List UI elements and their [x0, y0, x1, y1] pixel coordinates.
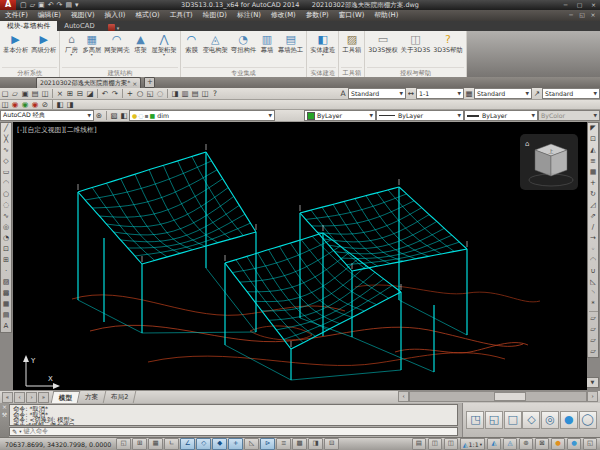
- menu-item-5[interactable]: 工具(T): [165, 10, 198, 21]
- arc-icon[interactable]: ◠: [3, 178, 9, 189]
- revision-cloud-icon[interactable]: ◌: [3, 200, 9, 211]
- scale-icon[interactable]: ◿: [590, 200, 595, 211]
- viewports-icon[interactable]: ◫: [0, 100, 10, 109]
- ribbon-button-toolbox[interactable]: ▨工具箱: [341, 32, 362, 54]
- ribbon-button-highrise[interactable]: ▦多高层▾: [81, 32, 102, 58]
- performance-button[interactable]: ●: [551, 438, 565, 450]
- toggle-lineweight-display[interactable]: ≡: [276, 438, 291, 450]
- viewport-controls[interactable]: [-][自定义视图][二维线框]: [17, 125, 97, 135]
- menu-item-4[interactable]: 格式(O): [130, 10, 164, 21]
- construction-line-icon[interactable]: ╳: [4, 134, 8, 145]
- break-icon[interactable]: ◠: [590, 255, 596, 266]
- menu-item-2[interactable]: 视图(V): [66, 10, 100, 21]
- workspace-combo[interactable]: AutoCAD 经典▼: [0, 110, 94, 121]
- scroll-left-button[interactable]: ‹: [398, 391, 409, 402]
- ribbon-button-license[interactable]: ▭3D3S授权: [367, 32, 398, 54]
- dim-style-combo[interactable]: 1-1▼: [416, 88, 464, 99]
- qat-undo-icon[interactable]: ↶: [48, 0, 54, 10]
- menu-item-3[interactable]: 插入(I): [100, 10, 131, 21]
- quick-view-drawings-button[interactable]: ◫: [444, 438, 458, 450]
- close-command-icon[interactable]: ×: [2, 403, 7, 411]
- save-icon[interactable]: ▣: [20, 89, 30, 98]
- primitive-sphere-icon[interactable]: ●: [560, 411, 578, 429]
- sheet-set-icon[interactable]: ◫: [200, 89, 210, 98]
- open-icon[interactable]: ▱: [10, 89, 20, 98]
- draworder-above-icon[interactable]: ▱: [590, 335, 595, 346]
- named-views-icon[interactable]: ◉: [10, 100, 20, 109]
- help-icon[interactable]: ?: [210, 89, 220, 98]
- ribbon-button-advanced-analysis[interactable]: ▶高级分析: [30, 32, 57, 54]
- layout-tab-模型[interactable]: 模型: [51, 391, 81, 403]
- toggle-transparency[interactable]: ▩: [292, 438, 307, 450]
- array-icon[interactable]: ▦: [590, 167, 597, 178]
- command-history[interactable]: 命令: *取消*命令: *取消*命令: <切换到: 模型>重生成模型 - 缓存视…: [9, 404, 458, 426]
- ribbon-tab[interactable]: AutoCAD: [57, 21, 101, 31]
- free-orbit-icon[interactable]: ◨: [65, 100, 75, 109]
- redo-icon[interactable]: ↷: [110, 89, 120, 98]
- trim-icon[interactable]: /: [592, 222, 594, 233]
- shade-icon[interactable]: ⊘: [40, 100, 50, 109]
- clean-screen-button[interactable]: ◱: [583, 438, 597, 450]
- toggle-infer-constraints[interactable]: ◱: [116, 438, 131, 450]
- toolbar-lock-button[interactable]: ⊠: [535, 438, 549, 450]
- erase-icon[interactable]: ◤: [590, 123, 595, 134]
- hatch-icon[interactable]: ▨: [3, 277, 10, 288]
- line-icon[interactable]: ╱: [4, 123, 8, 134]
- circle-icon[interactable]: ○: [3, 189, 9, 200]
- menu-item-8[interactable]: 修改(M): [266, 10, 301, 21]
- isolate-objects-button[interactable]: ●: [567, 438, 581, 450]
- toggle-ortho[interactable]: ∟: [164, 438, 179, 450]
- ellipse-arc-icon[interactable]: ◔: [3, 233, 9, 244]
- mirror-icon[interactable]: ◭: [590, 145, 595, 156]
- spline-icon[interactable]: ∿: [3, 211, 9, 222]
- autocad-logo-icon[interactable]: A: [0, 0, 16, 10]
- drawing-file-tab[interactable]: 20210302邵逸夫医院雨棚方案* ×: [36, 77, 141, 88]
- menu-item-9[interactable]: 参数(P): [301, 10, 334, 21]
- ribbon-tab[interactable]: 模块-幕墙构件: [0, 21, 57, 31]
- join-icon[interactable]: ∪: [590, 266, 595, 277]
- workspace-switch-button[interactable]: ⊛: [519, 438, 533, 450]
- primitive-box-icon[interactable]: ◳: [466, 411, 484, 429]
- layer-combo[interactable]: ●◌▪■dim▼: [129, 110, 275, 121]
- primitive-torus-icon[interactable]: ◯: [579, 411, 597, 429]
- layout-nav-3[interactable]: »: [38, 392, 49, 403]
- layer-states-icon[interactable]: ◧: [119, 111, 129, 120]
- make-block-icon[interactable]: ⊞: [3, 255, 9, 266]
- toggle-selection-cycling[interactable]: ⊟: [324, 438, 339, 450]
- table-icon[interactable]: ▤: [3, 310, 10, 321]
- file-tab-close-icon[interactable]: ×: [132, 80, 137, 87]
- properties-icon[interactable]: ◨: [170, 89, 180, 98]
- qat-new-icon[interactable]: ▢: [20, 0, 27, 10]
- menu-item-10[interactable]: 窗口(W): [334, 10, 370, 21]
- move-icon[interactable]: +: [590, 178, 596, 189]
- polyline-icon[interactable]: ∿: [3, 145, 9, 156]
- toggle-osnap-3d[interactable]: ◆: [212, 438, 227, 450]
- ribbon-button-solid-build[interactable]: ◧实体建造▾: [309, 32, 336, 58]
- primitive-cylinder-icon[interactable]: ◎: [541, 411, 559, 429]
- menu-item-1[interactable]: 编辑(E): [33, 10, 66, 21]
- offset-icon[interactable]: ≡: [590, 156, 596, 167]
- ribbon-button-basic-analysis[interactable]: ▶基本分析: [2, 32, 29, 54]
- tool-palettes-icon[interactable]: ▤: [190, 89, 200, 98]
- qat-redo-icon[interactable]: ↷: [57, 0, 63, 10]
- insert-block-icon[interactable]: ⊡: [3, 244, 9, 255]
- layout-tab-方案[interactable]: 方案: [78, 391, 107, 403]
- rectangle-icon[interactable]: ▭: [3, 167, 10, 178]
- model-space-button[interactable]: ▤: [412, 438, 426, 450]
- ribbon-button-factory[interactable]: ⌂厂房▾: [62, 32, 80, 58]
- ribbon-state-toggle[interactable]: ▾: [117, 25, 120, 31]
- ellipse-icon[interactable]: ◎: [3, 222, 9, 233]
- scroll-track[interactable]: [409, 391, 587, 402]
- rotate-icon[interactable]: ↻: [590, 189, 596, 200]
- region-icon[interactable]: ▦: [3, 299, 10, 310]
- color-combo[interactable]: ByLayer▼: [304, 110, 376, 121]
- linetype-combo[interactable]: ByLayer▼: [376, 110, 464, 121]
- cut-icon[interactable]: ×: [55, 89, 65, 98]
- layer-properties-icon[interactable]: ▧: [109, 111, 119, 120]
- qat-plot-icon[interactable]: ▤: [65, 0, 72, 10]
- toggle-dynamic-ucs[interactable]: ◺: [244, 438, 259, 450]
- designcenter-icon[interactable]: ▥: [180, 89, 190, 98]
- copy-icon[interactable]: ⊡: [590, 134, 596, 145]
- qnew-icon[interactable]: ▢: [0, 89, 10, 98]
- annotation-autoscale-button[interactable]: ◬: [503, 438, 517, 450]
